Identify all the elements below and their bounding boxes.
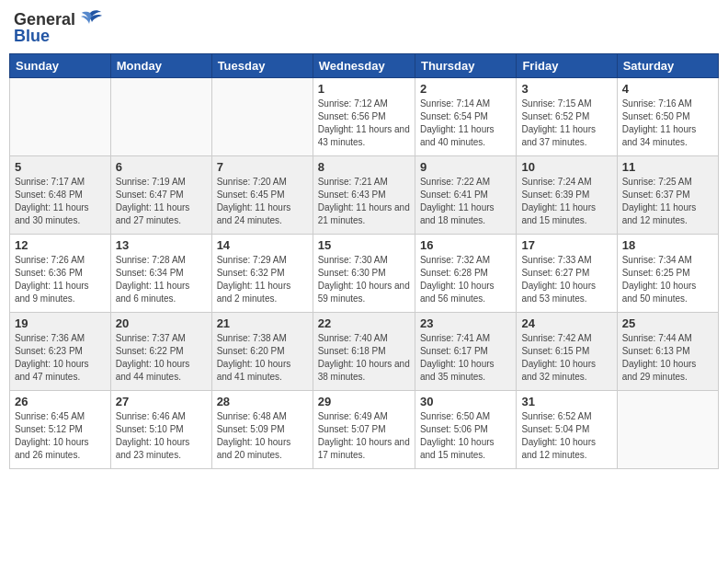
day-info: Sunrise: 6:48 AM Sunset: 5:09 PM Dayligh… (217, 410, 308, 462)
calendar-cell: 5Sunrise: 7:17 AM Sunset: 6:48 PM Daylig… (10, 156, 111, 235)
calendar-table: SundayMondayTuesdayWednesdayThursdayFrid… (9, 53, 719, 469)
week-row-1: 1Sunrise: 7:12 AM Sunset: 6:56 PM Daylig… (10, 78, 719, 156)
calendar-cell: 21Sunrise: 7:38 AM Sunset: 6:20 PM Dayli… (211, 313, 313, 391)
calendar-cell: 22Sunrise: 7:40 AM Sunset: 6:18 PM Dayli… (313, 313, 415, 391)
day-header-sunday: Sunday (10, 54, 111, 78)
day-info: Sunrise: 7:44 AM Sunset: 6:13 PM Dayligh… (622, 332, 713, 384)
calendar-cell: 31Sunrise: 6:52 AM Sunset: 5:04 PM Dayli… (517, 391, 617, 469)
calendar-cell (617, 391, 718, 469)
day-number: 4 (622, 82, 713, 96)
day-number: 11 (622, 160, 713, 174)
day-header-saturday: Saturday (617, 54, 718, 78)
calendar-cell: 2Sunrise: 7:14 AM Sunset: 6:54 PM Daylig… (415, 78, 516, 156)
day-info: Sunrise: 7:20 AM Sunset: 6:45 PM Dayligh… (217, 176, 308, 227)
day-info: Sunrise: 7:38 AM Sunset: 6:20 PM Dayligh… (217, 332, 308, 384)
day-number: 19 (15, 316, 106, 330)
calendar-cell: 9Sunrise: 7:22 AM Sunset: 6:41 PM Daylig… (415, 156, 516, 235)
day-number: 29 (318, 395, 410, 408)
calendar-cell: 27Sunrise: 6:46 AM Sunset: 5:10 PM Dayli… (110, 391, 211, 469)
calendar-cell: 19Sunrise: 7:36 AM Sunset: 6:23 PM Dayli… (10, 313, 111, 391)
day-number: 13 (116, 238, 207, 252)
day-number: 20 (116, 316, 207, 330)
day-number: 9 (420, 160, 511, 174)
day-info: Sunrise: 7:42 AM Sunset: 6:15 PM Dayligh… (521, 332, 611, 384)
day-number: 10 (521, 160, 611, 174)
day-info: Sunrise: 7:21 AM Sunset: 6:43 PM Dayligh… (318, 176, 410, 227)
day-number: 17 (521, 238, 611, 252)
calendar-cell (110, 78, 211, 156)
day-info: Sunrise: 6:50 AM Sunset: 5:06 PM Dayligh… (420, 410, 511, 462)
calendar-cell: 12Sunrise: 7:26 AM Sunset: 6:36 PM Dayli… (10, 235, 111, 313)
week-row-2: 5Sunrise: 7:17 AM Sunset: 6:48 PM Daylig… (10, 156, 719, 235)
week-row-4: 19Sunrise: 7:36 AM Sunset: 6:23 PM Dayli… (10, 313, 719, 391)
day-info: Sunrise: 7:25 AM Sunset: 6:37 PM Dayligh… (622, 176, 713, 227)
day-number: 22 (318, 316, 410, 330)
calendar-cell: 7Sunrise: 7:20 AM Sunset: 6:45 PM Daylig… (211, 156, 313, 235)
day-info: Sunrise: 7:15 AM Sunset: 6:52 PM Dayligh… (521, 98, 611, 149)
day-info: Sunrise: 7:22 AM Sunset: 6:41 PM Dayligh… (420, 176, 511, 227)
day-info: Sunrise: 7:29 AM Sunset: 6:32 PM Dayligh… (217, 254, 308, 305)
day-info: Sunrise: 7:28 AM Sunset: 6:34 PM Dayligh… (116, 254, 207, 305)
day-number: 23 (420, 316, 511, 330)
days-header-row: SundayMondayTuesdayWednesdayThursdayFrid… (10, 54, 719, 78)
day-number: 26 (15, 395, 106, 408)
calendar-cell: 17Sunrise: 7:33 AM Sunset: 6:27 PM Dayli… (517, 235, 617, 313)
day-number: 3 (521, 82, 611, 96)
day-info: Sunrise: 7:12 AM Sunset: 6:56 PM Dayligh… (318, 98, 410, 149)
day-info: Sunrise: 7:26 AM Sunset: 6:36 PM Dayligh… (15, 254, 106, 305)
day-number: 15 (318, 238, 410, 252)
day-header-thursday: Thursday (415, 54, 516, 78)
calendar-cell: 24Sunrise: 7:42 AM Sunset: 6:15 PM Dayli… (517, 313, 617, 391)
logo-blue-text: Blue (14, 27, 50, 46)
day-number: 28 (217, 395, 308, 408)
day-number: 5 (15, 160, 106, 174)
day-info: Sunrise: 7:41 AM Sunset: 6:17 PM Dayligh… (420, 332, 511, 384)
calendar-cell: 8Sunrise: 7:21 AM Sunset: 6:43 PM Daylig… (313, 156, 415, 235)
day-info: Sunrise: 7:36 AM Sunset: 6:23 PM Dayligh… (15, 332, 106, 384)
calendar-cell: 23Sunrise: 7:41 AM Sunset: 6:17 PM Dayli… (415, 313, 516, 391)
calendar-cell: 29Sunrise: 6:49 AM Sunset: 5:07 PM Dayli… (313, 391, 415, 469)
calendar-cell: 28Sunrise: 6:48 AM Sunset: 5:09 PM Dayli… (211, 391, 313, 469)
calendar-cell: 10Sunrise: 7:24 AM Sunset: 6:39 PM Dayli… (517, 156, 617, 235)
calendar-cell: 15Sunrise: 7:30 AM Sunset: 6:30 PM Dayli… (313, 235, 415, 313)
day-info: Sunrise: 7:16 AM Sunset: 6:50 PM Dayligh… (622, 98, 713, 149)
day-number: 30 (420, 395, 511, 408)
day-info: Sunrise: 7:14 AM Sunset: 6:54 PM Dayligh… (420, 98, 511, 149)
day-number: 2 (420, 82, 511, 96)
day-info: Sunrise: 7:24 AM Sunset: 6:39 PM Dayligh… (521, 176, 611, 227)
day-number: 8 (318, 160, 410, 174)
day-number: 16 (420, 238, 511, 252)
day-info: Sunrise: 7:34 AM Sunset: 6:25 PM Dayligh… (622, 254, 713, 305)
day-number: 25 (622, 316, 713, 330)
calendar-cell: 20Sunrise: 7:37 AM Sunset: 6:22 PM Dayli… (110, 313, 211, 391)
day-info: Sunrise: 7:19 AM Sunset: 6:47 PM Dayligh… (116, 176, 207, 227)
day-info: Sunrise: 6:52 AM Sunset: 5:04 PM Dayligh… (521, 410, 611, 462)
calendar-cell: 16Sunrise: 7:32 AM Sunset: 6:28 PM Dayli… (415, 235, 516, 313)
day-info: Sunrise: 7:17 AM Sunset: 6:48 PM Dayligh… (15, 176, 106, 227)
page-header: General Blue (9, 9, 719, 46)
week-row-3: 12Sunrise: 7:26 AM Sunset: 6:36 PM Dayli… (10, 235, 719, 313)
day-number: 31 (521, 395, 611, 408)
calendar-cell: 3Sunrise: 7:15 AM Sunset: 6:52 PM Daylig… (517, 78, 617, 156)
day-number: 6 (116, 160, 207, 174)
day-info: Sunrise: 6:45 AM Sunset: 5:12 PM Dayligh… (15, 410, 106, 462)
calendar-cell: 30Sunrise: 6:50 AM Sunset: 5:06 PM Dayli… (415, 391, 516, 469)
day-number: 24 (521, 316, 611, 330)
logo: General Blue (14, 9, 103, 46)
calendar-cell: 26Sunrise: 6:45 AM Sunset: 5:12 PM Dayli… (10, 391, 111, 469)
day-info: Sunrise: 7:32 AM Sunset: 6:28 PM Dayligh… (420, 254, 511, 305)
day-info: Sunrise: 7:30 AM Sunset: 6:30 PM Dayligh… (318, 254, 410, 305)
calendar-cell: 4Sunrise: 7:16 AM Sunset: 6:50 PM Daylig… (617, 78, 718, 156)
day-number: 27 (116, 395, 207, 408)
day-info: Sunrise: 6:46 AM Sunset: 5:10 PM Dayligh… (116, 410, 207, 462)
day-info: Sunrise: 7:40 AM Sunset: 6:18 PM Dayligh… (318, 332, 410, 384)
day-header-wednesday: Wednesday (313, 54, 415, 78)
calendar-cell: 14Sunrise: 7:29 AM Sunset: 6:32 PM Dayli… (211, 235, 313, 313)
day-number: 18 (622, 238, 713, 252)
day-number: 14 (217, 238, 308, 252)
calendar-cell: 13Sunrise: 7:28 AM Sunset: 6:34 PM Dayli… (110, 235, 211, 313)
calendar-cell: 18Sunrise: 7:34 AM Sunset: 6:25 PM Dayli… (617, 235, 718, 313)
calendar-cell: 11Sunrise: 7:25 AM Sunset: 6:37 PM Dayli… (617, 156, 718, 235)
calendar-cell: 1Sunrise: 7:12 AM Sunset: 6:56 PM Daylig… (313, 78, 415, 156)
day-header-monday: Monday (110, 54, 211, 78)
